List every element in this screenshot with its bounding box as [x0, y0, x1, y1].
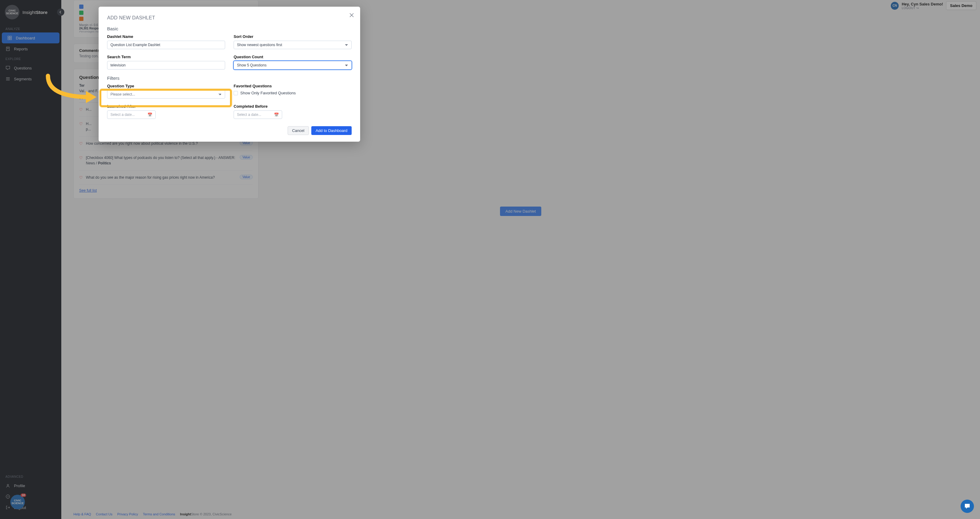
field-completed-before: Completed Before Select a date... 📅 — [234, 104, 352, 119]
input-launched-after[interactable]: Select a date... 📅 — [107, 110, 156, 119]
input-search-term[interactable] — [107, 61, 225, 70]
section-filters: Filters — [107, 76, 352, 81]
calendar-icon: 📅 — [148, 113, 152, 117]
label-favorited: Favorited Questions — [234, 84, 352, 88]
input-completed-before[interactable]: Select a date... 📅 — [234, 110, 282, 119]
intercom-launcher[interactable] — [961, 500, 974, 513]
add-to-dashboard-button[interactable]: Add to Dashboard — [311, 126, 352, 135]
field-question-type: Question Type Please select... — [107, 84, 225, 98]
input-dashlet-name[interactable] — [107, 41, 225, 49]
add-dashlet-modal: ADD NEW DASHLET Basic Dashlet Name Sort … — [99, 7, 360, 142]
select-question-type[interactable]: Please select... — [107, 90, 225, 98]
checkbox-label-favorited: Show Only Favorited Questions — [240, 91, 296, 95]
select-sort-order[interactable]: Show newest questions first — [234, 41, 352, 49]
field-launched-after: Launched After Select a date... 📅 — [107, 104, 225, 119]
field-question-count: Question Count Show 5 Questions — [234, 55, 352, 70]
modal-title: ADD NEW DASHLET — [107, 15, 352, 21]
select-question-count[interactable]: Show 5 Questions — [234, 61, 352, 70]
chat-icon — [964, 503, 970, 509]
label-launched-after: Launched After — [107, 104, 225, 109]
field-favorited: Favorited Questions Show Only Favorited … — [234, 84, 352, 98]
label-search-term: Search Term — [107, 55, 225, 59]
field-dashlet-name: Dashlet Name — [107, 34, 225, 49]
cancel-button[interactable]: Cancel — [288, 126, 309, 135]
label-question-count: Question Count — [234, 55, 352, 59]
label-completed-before: Completed Before — [234, 104, 352, 109]
modal-actions: Cancel Add to Dashboard — [107, 126, 352, 135]
section-basic: Basic — [107, 26, 352, 31]
calendar-icon: 📅 — [274, 113, 279, 117]
field-sort-order: Sort Order Show newest questions first — [234, 34, 352, 49]
label-dashlet-name: Dashlet Name — [107, 34, 225, 39]
close-button[interactable] — [348, 12, 355, 18]
field-search-term: Search Term — [107, 55, 225, 70]
checkbox-favorited[interactable] — [234, 91, 238, 95]
label-sort-order: Sort Order — [234, 34, 352, 39]
close-icon — [350, 13, 354, 17]
label-question-type: Question Type — [107, 84, 225, 88]
